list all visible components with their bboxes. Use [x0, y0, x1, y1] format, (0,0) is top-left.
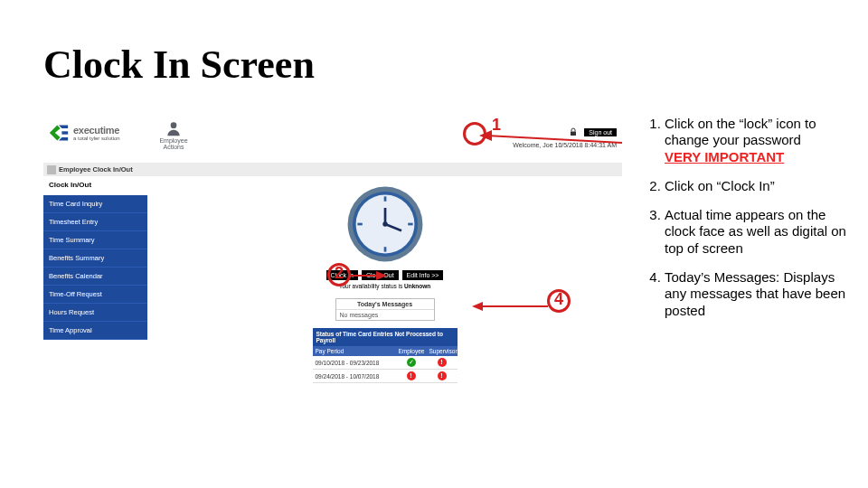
todays-messages-heading: Today's Messages [336, 299, 434, 309]
instruction-1-emphasis: VERY IMPORTANT [665, 149, 784, 164]
sidebar-item-benefits-summary[interactable]: Benefits Summary [43, 249, 147, 267]
callout-number-2: 2 [335, 264, 344, 283]
edit-info-button[interactable]: Edit Info >> [402, 270, 444, 280]
callout-number-4: 4 [554, 290, 563, 309]
todays-messages-empty: No messages [336, 309, 434, 320]
status-col-supervisor: Supervisor [427, 346, 458, 356]
sidebar-item-time-approval[interactable]: Time Approval [43, 322, 147, 340]
instructions-list: Click on the “lock” icon to change your … [646, 116, 854, 332]
status-period: 09/24/2018 - 10/07/2018 [313, 371, 396, 381]
lock-icon[interactable] [566, 125, 580, 139]
sidebar-heading[interactable]: Clock In/Out [43, 176, 147, 195]
sidebar-item-timesheet-entry[interactable]: Timesheet Entry [43, 213, 147, 231]
alert-icon: ! [407, 371, 416, 380]
employee-actions-label-2: Actions [147, 144, 200, 150]
employee-actions-label-1: Employee [147, 137, 200, 144]
alert-icon: ! [438, 358, 447, 367]
availability-status: Unknown [404, 283, 430, 289]
logo-mark-icon [47, 123, 71, 143]
clock-out-button[interactable]: Clock Out [362, 270, 399, 280]
table-row: 09/24/2018 - 10/07/2018 ! ! [313, 370, 458, 383]
check-icon: ✓ [407, 358, 416, 367]
logo-tagline: a total tyler solution [73, 136, 120, 141]
sidebar-item-time-summary[interactable]: Time Summary [43, 231, 147, 249]
svg-rect-1 [571, 132, 576, 136]
svg-point-0 [171, 122, 177, 128]
instruction-3: Actual time appears on the clock face as… [665, 207, 854, 257]
instruction-1: Click on the “lock” icon to change your … [665, 116, 854, 165]
svg-point-11 [382, 221, 387, 226]
breadcrumb-icon [47, 165, 56, 174]
sign-out-button[interactable]: Sign out [584, 128, 617, 136]
callout-number-1: 1 [492, 116, 501, 135]
instruction-4: Today’s Messages: Displays any messages … [665, 269, 854, 319]
welcome-text: Welcome, Joe 10/5/2018 8:44:31 AM [513, 142, 617, 148]
status-table: Status of Time Card Entries Not Processe… [313, 328, 458, 383]
status-col-employee: Employee [396, 346, 427, 356]
status-period: 09/10/2018 - 09/23/2018 [313, 358, 396, 368]
todays-messages-panel: Today's Messages No messages [335, 298, 435, 321]
breadcrumb: Employee Clock In/Out [43, 163, 622, 176]
app-header: executime a total tyler solution Employe… [43, 117, 622, 163]
table-row: 09/10/2018 - 09/23/2018 ✓ ! [313, 356, 458, 370]
slide-title: Clock In Screen [43, 42, 315, 88]
alert-icon: ! [438, 371, 447, 380]
sidebar: Clock In/Out Time Card Inquiry Timesheet… [43, 176, 147, 383]
sidebar-item-time-off-request[interactable]: Time-Off Request [43, 286, 147, 304]
availability-text: Your availability status is Unknown [339, 283, 431, 289]
status-col-payperiod: Pay Period [313, 346, 396, 356]
status-caption: Status of Time Card Entries Not Processe… [313, 328, 458, 346]
logo: executime a total tyler solution [43, 117, 147, 143]
clock-face [344, 183, 426, 265]
employee-actions-button[interactable]: Employee Actions [147, 117, 200, 151]
main-panel: Clock In Clock Out Edit Info >> Your ava… [147, 176, 622, 383]
sidebar-item-hours-request[interactable]: Hours Request [43, 304, 147, 322]
breadcrumb-label: Employee Clock In/Out [59, 165, 133, 174]
instruction-2: Click on “Clock In” [665, 178, 854, 194]
sidebar-item-time-card-inquiry[interactable]: Time Card Inquiry [43, 195, 147, 213]
status-header-row: Pay Period Employee Supervisor [313, 346, 458, 356]
person-icon [165, 119, 183, 137]
app-screenshot: executime a total tyler solution Employe… [43, 117, 622, 452]
sidebar-item-benefits-calendar[interactable]: Benefits Calendar [43, 267, 147, 286]
logo-text: executime [73, 125, 120, 136]
